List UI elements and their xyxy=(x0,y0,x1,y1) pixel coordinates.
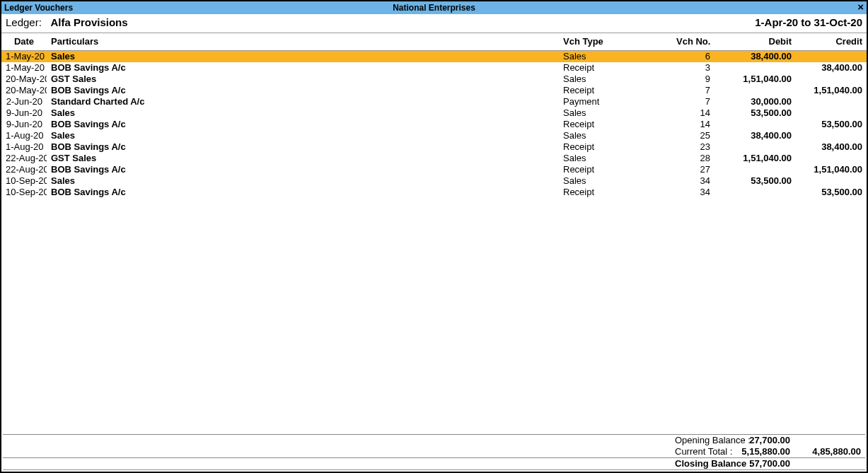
cell-credit xyxy=(796,74,867,85)
cell-debit: 38,400.00 xyxy=(714,51,796,62)
cell-date: 2-Jun-20 xyxy=(1,96,47,107)
table-row[interactable]: 22-Aug-20GST SalesSales281,51,040.00 xyxy=(1,153,867,164)
table-row[interactable]: 1-Aug-20BOB Savings A/cReceipt2338,400.0… xyxy=(1,141,867,153)
cell-date: 20-May-20 xyxy=(1,85,47,96)
cell-vchtype: Receipt xyxy=(559,187,672,198)
cell-vchno: 7 xyxy=(672,85,714,96)
current-total-row: Current Total : 5,15,880.00 4,85,880.00 xyxy=(3,446,865,458)
cell-particulars: BOB Savings A/c xyxy=(47,62,559,74)
title-left: Ledger Vouchers xyxy=(4,3,73,13)
cell-debit: 53,500.00 xyxy=(714,107,796,119)
cell-vchtype: Receipt xyxy=(559,164,672,175)
cell-particulars: Sales xyxy=(47,107,559,119)
cell-vchno: 9 xyxy=(672,74,714,85)
cell-vchno: 3 xyxy=(672,62,714,74)
title-bar: Ledger Vouchers National Enterprises × xyxy=(1,1,867,14)
cell-vchno: 14 xyxy=(672,107,714,119)
cell-debit xyxy=(714,187,796,198)
cell-debit: 38,400.00 xyxy=(714,130,796,141)
cell-particulars: Standard Charted A/c xyxy=(47,96,559,107)
cell-debit xyxy=(714,85,796,96)
table-row[interactable]: 20-May-20BOB Savings A/cReceipt71,51,040… xyxy=(1,85,867,96)
closing-balance-credit xyxy=(794,458,865,470)
cell-vchtype: Sales xyxy=(559,51,672,62)
cell-vchtype: Receipt xyxy=(559,62,672,74)
cell-debit: 1,51,040.00 xyxy=(714,153,796,164)
table-row[interactable]: 1-Aug-20SalesSales2538,400.00 xyxy=(1,130,867,141)
cell-particulars: GST Sales xyxy=(47,153,559,164)
cell-vchno: 6 xyxy=(672,51,714,62)
cell-particulars: BOB Savings A/c xyxy=(47,141,559,153)
table-row[interactable]: 9-Jun-20SalesSales1453,500.00 xyxy=(1,107,867,119)
cell-vchno: 34 xyxy=(672,175,714,187)
ledger-name: Alfa Provisions xyxy=(50,16,127,28)
subheader: Ledger: Alfa Provisions 1-Apr-20 to 31-O… xyxy=(1,14,867,33)
cell-date: 9-Jun-20 xyxy=(1,107,47,119)
table-body-area: 1-May-20SalesSales638,400.001-May-20BOB … xyxy=(1,51,867,433)
table-row[interactable]: 1-May-20BOB Savings A/cReceipt338,400.00 xyxy=(1,62,867,74)
cell-date: 10-Sep-20 xyxy=(1,187,47,198)
cell-particulars: Sales xyxy=(47,130,559,141)
cell-credit: 38,400.00 xyxy=(796,141,867,153)
cell-vchtype: Sales xyxy=(559,175,672,187)
cell-date: 1-Aug-20 xyxy=(1,130,47,141)
table-row[interactable]: 22-Aug-20BOB Savings A/cReceipt271,51,04… xyxy=(1,164,867,175)
cell-credit xyxy=(796,107,867,119)
cell-debit xyxy=(714,141,796,153)
cell-vchno: 28 xyxy=(672,153,714,164)
cell-particulars: GST Sales xyxy=(47,74,559,85)
cell-debit xyxy=(714,164,796,175)
close-icon[interactable]: × xyxy=(857,1,864,13)
cell-debit: 1,51,040.00 xyxy=(714,74,796,85)
cell-date: 1-May-20 xyxy=(1,51,47,62)
col-particulars-header: Particulars xyxy=(47,33,559,51)
cell-vchtype: Sales xyxy=(559,107,672,119)
table-row[interactable]: 10-Sep-20SalesSales3453,500.00 xyxy=(1,175,867,187)
cell-vchtype: Receipt xyxy=(559,85,672,96)
cell-date: 22-Aug-20 xyxy=(1,164,47,175)
cell-vchno: 27 xyxy=(672,164,714,175)
cell-vchno: 25 xyxy=(672,130,714,141)
period-range: 1-Apr-20 to 31-Oct-20 xyxy=(755,16,862,28)
cell-date: 20-May-20 xyxy=(1,74,47,85)
cell-particulars: BOB Savings A/c xyxy=(47,164,559,175)
opening-balance-row: Opening Balance : 27,700.00 xyxy=(3,435,865,446)
cell-credit xyxy=(796,153,867,164)
cell-date: 1-Aug-20 xyxy=(1,141,47,153)
ledger-label: Ledger: xyxy=(6,16,42,28)
cell-particulars: Sales xyxy=(47,51,559,62)
cell-credit xyxy=(796,51,867,62)
cell-date: 1-May-20 xyxy=(1,62,47,74)
cell-vchtype: Sales xyxy=(559,74,672,85)
table-row[interactable]: 2-Jun-20Standard Charted A/cPayment730,0… xyxy=(1,96,867,107)
cell-credit: 53,500.00 xyxy=(796,187,867,198)
cell-vchtype: Sales xyxy=(559,153,672,164)
cell-debit: 53,500.00 xyxy=(714,175,796,187)
col-credit-header: Credit xyxy=(796,33,867,51)
current-total-credit: 4,85,880.00 xyxy=(794,446,865,458)
cell-particulars: BOB Savings A/c xyxy=(47,85,559,96)
cell-vchtype: Payment xyxy=(559,96,672,107)
cell-particulars: BOB Savings A/c xyxy=(47,187,559,198)
title-center: National Enterprises xyxy=(1,3,867,13)
cell-vchno: 23 xyxy=(672,141,714,153)
voucher-table: Date Particulars Vch Type Vch No. Debit … xyxy=(1,33,867,51)
col-debit-header: Debit xyxy=(714,33,796,51)
cell-vchno: 34 xyxy=(672,187,714,198)
footer-totals: Opening Balance : 27,700.00 Current Tota… xyxy=(3,434,865,470)
table-row[interactable]: 9-Jun-20BOB Savings A/cReceipt1453,500.0… xyxy=(1,119,867,130)
table-row[interactable]: 1-May-20SalesSales638,400.00 xyxy=(1,51,867,62)
column-header-row: Date Particulars Vch Type Vch No. Debit … xyxy=(1,33,867,51)
col-vchno-header: Vch No. xyxy=(672,33,714,51)
cell-credit: 1,51,040.00 xyxy=(796,85,867,96)
cell-vchtype: Receipt xyxy=(559,119,672,130)
cell-particulars: Sales xyxy=(47,175,559,187)
opening-balance-credit xyxy=(794,435,865,446)
cell-vchno: 7 xyxy=(672,96,714,107)
cell-credit: 53,500.00 xyxy=(796,119,867,130)
table-row[interactable]: 10-Sep-20BOB Savings A/cReceipt3453,500.… xyxy=(1,187,867,198)
cell-debit xyxy=(714,119,796,130)
cell-particulars: BOB Savings A/c xyxy=(47,119,559,130)
table-row[interactable]: 20-May-20GST SalesSales91,51,040.00 xyxy=(1,74,867,85)
cell-date: 9-Jun-20 xyxy=(1,119,47,130)
